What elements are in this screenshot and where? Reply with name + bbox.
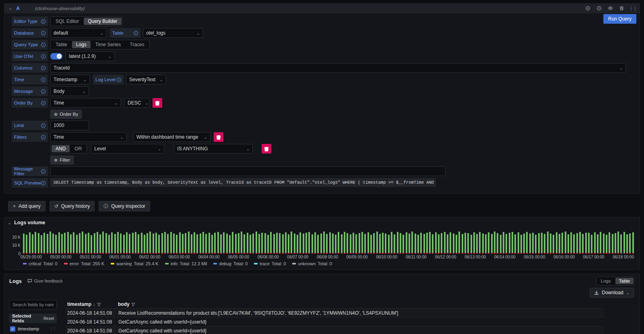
legend-item-critical[interactable]: criticalTotal: 0: [23, 261, 58, 266]
info-icon[interactable]: i: [41, 66, 45, 70]
download-button[interactable]: Download ⌄: [590, 288, 634, 297]
volume-bar: [435, 232, 437, 254]
remove-filter2-button[interactable]: [262, 144, 271, 154]
columns-multiselect[interactable]: TraceId⌄: [50, 63, 626, 73]
database-select[interactable]: default⌄: [50, 28, 107, 38]
remove-query-icon[interactable]: [619, 6, 624, 11]
volume-bar: [482, 234, 484, 254]
add-query-button[interactable]: + Add query: [8, 201, 45, 211]
hide-response-icon[interactable]: [607, 6, 613, 11]
view-toggle-logs[interactable]: Logs: [597, 278, 615, 284]
query-history-icon[interactable]: [596, 6, 602, 11]
copy-query-icon[interactable]: [585, 6, 590, 11]
use-otel-toggle[interactable]: ✓: [50, 53, 62, 59]
collapse-logs-volume-icon[interactable]: ⌄: [8, 220, 11, 225]
message-filter-input[interactable]: [50, 166, 446, 176]
volume-bar: [623, 232, 625, 254]
volume-bar: [173, 234, 175, 254]
query-ref-id[interactable]: A: [16, 6, 20, 11]
drag-handle-icon[interactable]: ⋮⋮: [50, 327, 56, 331]
info-icon[interactable]: i: [41, 101, 45, 105]
drag-handle-icon[interactable]: ⋮⋮: [630, 6, 636, 11]
legend-item-error[interactable]: errorTotal: 255 K: [64, 261, 104, 266]
info-icon[interactable]: i: [41, 54, 45, 59]
query-type-logs[interactable]: Logs: [72, 41, 91, 48]
filter-field-select[interactable]: Time⌄: [50, 132, 127, 142]
volume-bar: [258, 234, 260, 254]
query-inspector-button[interactable]: ⓘ Query inspector: [99, 201, 150, 211]
x-tick-label: 05/31 00:00: [80, 255, 101, 259]
filter-condition-select[interactable]: Within dashboard time range⌄: [133, 132, 211, 142]
give-feedback-link[interactable]: Give feedback: [27, 279, 62, 283]
volume-bar: [538, 233, 540, 254]
info-icon[interactable]: i: [41, 123, 45, 128]
add-order-by-button[interactable]: ⊕ Order By: [50, 110, 82, 119]
filter2-field-select[interactable]: Level⌄: [91, 144, 164, 154]
volume-bar: [429, 232, 431, 254]
timestamp-column-header[interactable]: timestamp: [67, 301, 91, 307]
query-type-traces[interactable]: Traces: [126, 41, 148, 48]
query-type-time-series[interactable]: Time Series: [91, 41, 125, 48]
legend-item-debug[interactable]: debugTotal: 0: [213, 261, 248, 266]
table-select[interactable]: otel_logs⌄: [143, 28, 203, 38]
sql-preview-code: SELECT Timestamp as timestamp, Body as b…: [50, 178, 436, 187]
volume-bar: [320, 234, 322, 254]
info-icon[interactable]: i: [41, 31, 45, 35]
volume-bar: [471, 235, 472, 254]
info-icon[interactable]: i: [41, 135, 45, 139]
info-icon[interactable]: i: [41, 169, 45, 174]
remove-filter-button[interactable]: [214, 132, 223, 142]
search-fields-input[interactable]: [9, 300, 57, 309]
filter2-condition-select[interactable]: IS ANYTHING⌄: [174, 144, 253, 154]
body-cell: GetCartAsync called with userId={userId}: [114, 326, 604, 334]
volume-bar: [341, 234, 343, 254]
limit-input[interactable]: [50, 121, 89, 130]
collapse-query-icon[interactable]: ⌄: [8, 6, 12, 11]
otel-version-select[interactable]: latest (1.2.9)⌄: [66, 51, 115, 61]
editor-type-sql-editor[interactable]: SQL Editor: [52, 18, 83, 25]
remove-order-by-button[interactable]: [153, 98, 162, 108]
volume-bar: [155, 233, 157, 254]
volume-bar: [176, 235, 178, 254]
info-icon[interactable]: i: [117, 78, 121, 82]
volume-bar: [620, 234, 622, 254]
order-by-direction-select[interactable]: DESC⌄: [124, 98, 149, 108]
legend-item-unknown[interactable]: unknownTotal: 0: [292, 261, 332, 266]
message-column-select[interactable]: Body⌄: [50, 86, 89, 96]
volume-bar: [629, 234, 631, 254]
log-level-select[interactable]: SeverityText⌄: [126, 75, 166, 84]
filter-bool-or[interactable]: OR: [70, 145, 86, 152]
volume-bar: [329, 232, 331, 254]
volume-bar: [382, 233, 384, 254]
checkbox-checked[interactable]: ✓: [10, 326, 15, 332]
filter-bool-and[interactable]: AND: [52, 145, 70, 152]
legend-item-info[interactable]: infoTotal: 12.3 Mil: [165, 261, 207, 266]
volume-bar: [264, 233, 266, 254]
time-column-select[interactable]: Timestamp⌄: [50, 75, 90, 84]
volume-bar: [270, 232, 272, 254]
volume-bar: [297, 235, 298, 254]
info-icon[interactable]: i: [134, 31, 138, 35]
order-by-field-select[interactable]: Time⌄: [50, 98, 121, 108]
body-column-header[interactable]: body: [118, 301, 130, 307]
info-icon[interactable]: i: [41, 43, 45, 47]
editor-type-query-builder[interactable]: Query Builder: [84, 18, 121, 25]
filter-funnel-icon[interactable]: [131, 302, 135, 306]
filter-funnel-icon[interactable]: [97, 302, 101, 306]
legend-item-warning[interactable]: warningTotal: 25.4 K: [111, 261, 159, 266]
volume-bar: [462, 234, 463, 254]
sort-desc-icon[interactable]: ↓: [93, 302, 95, 307]
info-icon[interactable]: i: [41, 181, 45, 185]
info-icon[interactable]: i: [41, 89, 45, 94]
run-query-button[interactable]: Run Query: [603, 14, 636, 24]
query-type-table[interactable]: Table: [52, 41, 71, 48]
info-icon[interactable]: i: [41, 19, 45, 24]
add-filter-button[interactable]: ⊕ Filter: [50, 156, 74, 164]
legend-item-trace[interactable]: traceTotal: 0: [254, 261, 286, 266]
view-toggle-table[interactable]: Table: [615, 278, 634, 284]
volume-bar: [485, 234, 487, 254]
info-icon[interactable]: i: [41, 78, 45, 82]
query-history-button[interactable]: ↺ Query history: [50, 201, 95, 211]
volume-bar: [417, 235, 419, 254]
reset-fields-button[interactable]: Reset: [43, 316, 54, 321]
